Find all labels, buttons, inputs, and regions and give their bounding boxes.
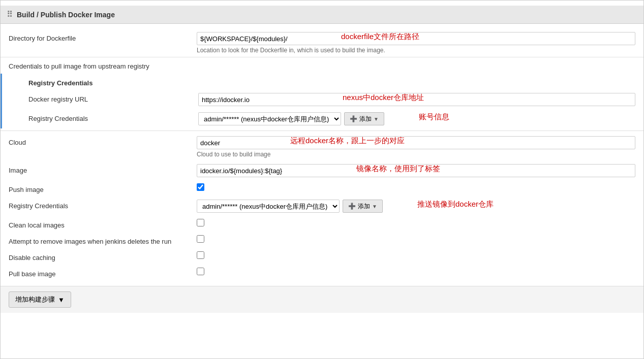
registry-credentials-push-select[interactable]: admin/****** (nexus中docker仓库用户信息) (197, 200, 340, 213)
add-push-credentials-button[interactable]: ➕ 添加 ▼ (343, 200, 383, 213)
clean-local-images-checkbox[interactable] (197, 219, 204, 226)
credentials-pull-header-row: Credentials to pull image from upstream … (1, 57, 643, 74)
annotation-image-name-tag: 镜像名称，使用到了标签 (356, 164, 440, 174)
pull-base-image-label: Pull base image (9, 268, 197, 278)
registry-credentials-push-container: admin/****** (nexus中docker仓库用户信息) ➕ 添加 ▼ (197, 200, 635, 213)
push-image-checkbox[interactable] (197, 183, 204, 191)
docker-registry-url-label: Docker registry URL (10, 93, 198, 103)
annotation-account-info: 账号信息 (419, 112, 449, 122)
cloud-label: Cloud (9, 136, 197, 146)
attempt-remove-label: Attempt to remove images when jenkins de… (9, 235, 197, 245)
drag-handle-icon[interactable]: ⠿ (7, 10, 13, 19)
attempt-remove-row: Attempt to remove images when jenkins de… (1, 232, 643, 248)
disable-caching-row: Disable caching (1, 248, 643, 265)
credentials-pull-header: Credentials to pull image from upstream … (9, 60, 149, 70)
section-header: ⠿ Build / Publish Docker Image (1, 6, 643, 24)
annotation-nexus-docker-url: nexus中docker仓库地址 (343, 93, 424, 103)
docker-registry-url-row: Docker registry URL nexus中docker仓库地址 (2, 90, 643, 109)
registry-credentials-select-row: Registry Credentials admin/****** (nexus… (2, 109, 643, 128)
push-credentials-select-group: admin/****** (nexus中docker仓库用户信息) ➕ 添加 ▼ (197, 200, 635, 213)
push-image-label: Push image (9, 183, 197, 193)
add-step-label: 增加构建步骤 (15, 295, 55, 304)
registry-credentials-row: Registry Credentials (2, 74, 643, 90)
add-push-button-label: 添加 (358, 202, 370, 211)
registry-credentials-label: Registry Credentials (10, 77, 198, 87)
registry-credentials-push-label: Registry Credentials (9, 200, 197, 210)
clean-local-images-checkbox-container (197, 219, 635, 226)
annotation-dockerfile-path: dockerfile文件所在路径 (341, 32, 419, 42)
directory-label: Directory for Dockerfile (9, 32, 197, 42)
cloud-input[interactable] (197, 136, 635, 149)
bottom-bar: 增加构建步骤 ▼ (1, 286, 643, 313)
clean-local-images-label: Clean local images (9, 219, 197, 229)
pull-base-image-checkbox[interactable] (197, 268, 204, 275)
disable-caching-checkbox-container (197, 251, 635, 259)
registry-credentials-push-row: Registry Credentials admin/****** (nexus… (1, 197, 643, 216)
credentials-select-group: admin/****** (nexus中docker仓库用户信息) ➕ 添加 ▼ (198, 112, 635, 125)
cloud-row: Cloud Cloud to use to build image 远程dock… (1, 133, 643, 161)
image-label: Image (9, 164, 197, 174)
section-title: Build / Publish Docker Image (17, 11, 115, 19)
add-step-button[interactable]: 增加构建步骤 ▼ (9, 291, 71, 308)
annotation-push-to-docker: 推送镜像到docker仓库 (417, 200, 494, 209)
clean-local-images-row: Clean local images (1, 216, 643, 232)
disable-caching-label: Disable caching (9, 251, 197, 262)
add-credentials-button[interactable]: ➕ 添加 ▼ (344, 112, 384, 125)
chevron-down-icon: ▼ (374, 116, 379, 122)
disable-caching-checkbox[interactable] (197, 251, 204, 259)
directory-description: Location to look for the Dockerfile in, … (197, 47, 635, 54)
registry-credentials-select-label: Registry Credentials (10, 112, 198, 122)
pull-base-image-checkbox-container (197, 268, 635, 275)
registry-credentials-select-container: admin/****** (nexus中docker仓库用户信息) ➕ 添加 ▼ (198, 112, 635, 125)
push-image-row: Push image (1, 180, 643, 197)
attempt-remove-checkbox[interactable] (197, 235, 204, 243)
attempt-remove-checkbox-container (197, 235, 635, 243)
add-push-icon: ➕ (348, 203, 356, 210)
add-step-arrow-icon: ▼ (58, 296, 65, 304)
push-chevron-down-icon: ▼ (372, 204, 377, 209)
add-icon: ➕ (350, 115, 357, 122)
image-row: Image 镜像名称，使用到了标签 (1, 161, 643, 180)
cloud-description: Cloud to use to build image (197, 151, 635, 158)
main-container: ⠿ Build / Publish Docker Image Directory… (0, 0, 644, 359)
directory-row: Directory for Dockerfile Location to loo… (1, 29, 643, 57)
pull-credentials-section: Registry Credentials Docker registry URL… (1, 74, 643, 128)
form-section: Directory for Dockerfile Location to loo… (1, 24, 643, 286)
registry-credentials-select[interactable]: admin/****** (nexus中docker仓库用户信息) (198, 112, 341, 125)
push-image-checkbox-container (197, 183, 635, 191)
cloud-value-container: Cloud to use to build image (197, 136, 635, 158)
annotation-remote-docker-name: 远程docker名称，跟上一步的对应 (290, 136, 405, 146)
add-button-label: 添加 (359, 115, 372, 123)
pull-base-image-row: Pull base image (1, 265, 643, 281)
